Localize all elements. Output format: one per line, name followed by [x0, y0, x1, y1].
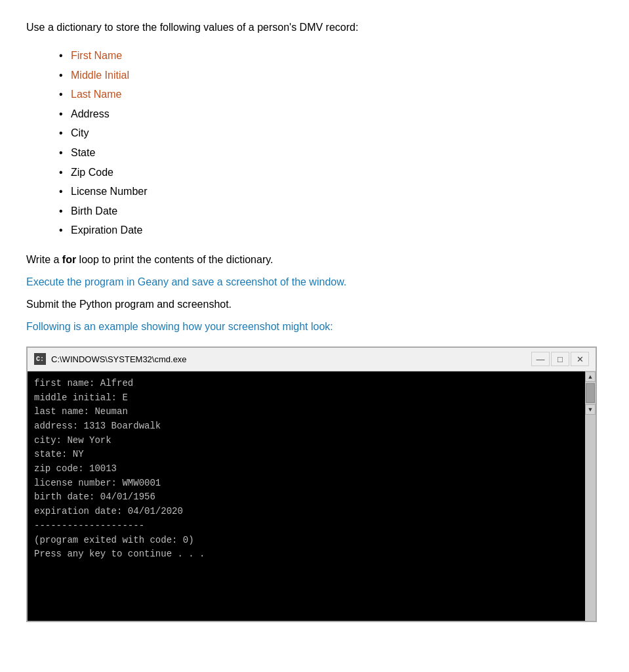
cmd-output: first name: Alfredmiddle initial: Elast …: [28, 371, 585, 621]
output-line: --------------------: [34, 519, 578, 534]
window-body-wrapper: first name: Alfredmiddle initial: Elast …: [28, 371, 596, 621]
bullet-item: Zip Code: [59, 164, 603, 181]
instruction-paragraph: Execute the program in Geany and save a …: [26, 274, 603, 290]
window-title: C:\WINDOWS\SYSTEM32\cmd.exe: [51, 354, 531, 364]
output-line: expiration date: 04/01/2020: [34, 505, 578, 519]
window-controls: — □ ✕: [531, 352, 589, 366]
bullet-item: Middle Initial: [59, 67, 603, 84]
bullet-item: License Number: [59, 183, 603, 200]
output-line: middle initial: E: [34, 391, 578, 406]
intro-text: Use a dictionary to store the following …: [26, 20, 603, 35]
output-line: first name: Alfred: [34, 377, 578, 391]
output-line: city: New York: [34, 434, 578, 448]
maximize-button[interactable]: □: [551, 352, 569, 366]
cmd-icon: C:: [34, 353, 46, 365]
bullet-item: City: [59, 125, 603, 142]
output-line: (program exited with code: 0): [34, 534, 578, 548]
bullet-item: Birth Date: [59, 203, 603, 220]
close-button[interactable]: ✕: [571, 352, 589, 366]
minimize-button[interactable]: —: [531, 352, 550, 366]
instruction-paragraph: Submit the Python program and screenshot…: [26, 297, 603, 312]
output-line: address: 1313 Boardwalk: [34, 419, 578, 434]
instruction-paragraph: Write a for loop to print the contents o…: [26, 252, 603, 268]
cmd-window: C: C:\WINDOWS\SYSTEM32\cmd.exe — □ ✕ fir…: [26, 346, 597, 622]
output-line: last name: Neuman: [34, 405, 578, 419]
output-line: license number: WMW0001: [34, 476, 578, 491]
output-line: state: NY: [34, 448, 578, 462]
scroll-up-arrow[interactable]: ▲: [585, 371, 596, 382]
bullet-item: Expiration Date: [59, 222, 603, 239]
bullet-item: Address: [59, 106, 603, 123]
scrollbar-thumb[interactable]: [586, 383, 595, 403]
bullet-item: First Name: [59, 47, 603, 64]
bullet-list: First NameMiddle InitialLast NameAddress…: [59, 47, 603, 239]
output-line: zip code: 10013: [34, 462, 578, 476]
window-titlebar: C: C:\WINDOWS\SYSTEM32\cmd.exe — □ ✕: [28, 348, 596, 371]
output-line: birth date: 04/01/1956: [34, 490, 578, 505]
scrollbar[interactable]: ▲ ▼: [585, 371, 596, 621]
output-line: Press any key to continue . . .: [34, 547, 578, 562]
bold-text: for: [62, 254, 76, 265]
scroll-down-arrow[interactable]: ▼: [585, 404, 596, 415]
instruction-paragraph: Following is an example showing how your…: [26, 319, 603, 335]
bullet-item: State: [59, 144, 603, 161]
bullet-item: Last Name: [59, 86, 603, 103]
